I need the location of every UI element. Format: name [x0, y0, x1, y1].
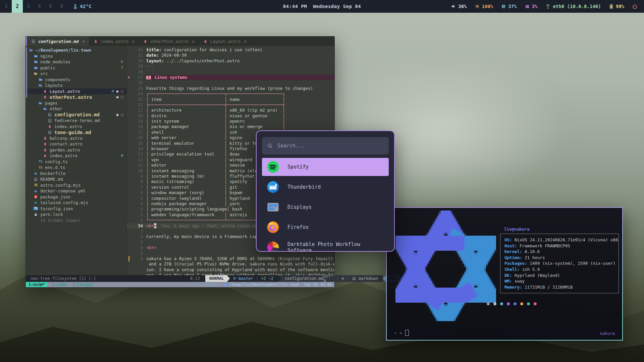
prompt-chevron: > [400, 330, 402, 336]
tree-item-config.ts[interactable]: TSconfig.ts [26, 159, 126, 165]
module-power[interactable] [632, 4, 637, 9]
tree-item-env.d.ts[interactable]: TSenv.d.ts [26, 165, 126, 171]
workspace-button-3[interactable]: 3 [23, 0, 34, 13]
darktable-icon [267, 241, 279, 252]
tree-item-src[interactable]: src [26, 71, 126, 77]
brightness-icon [475, 4, 480, 9]
tree-item-Developmentliv.town[interactable]: ~/Development/liv.town [26, 47, 126, 53]
palette-dot [514, 302, 517, 305]
tree-item-tsconfig.json[interactable]: TStsconfig.json [26, 206, 126, 212]
module-battery[interactable]: 98% [609, 4, 624, 9]
tree-item-Dockerfile[interactable]: Dockerfile [26, 171, 126, 177]
md-icon: M [47, 113, 52, 116]
palette-dot [493, 302, 496, 305]
tree-item-pages[interactable]: pages [26, 100, 126, 106]
shell-prompt[interactable]: ~ > [394, 330, 409, 336]
tree-item-public[interactable]: public? [26, 65, 126, 71]
fc-icon [38, 78, 43, 81]
tmux-window-2:node-[interactable]: 2:node- [52, 282, 68, 287]
editor-line: 23│ item │ name │ [127, 97, 334, 102]
tree-item-configuration.md[interactable]: Mconfiguration.md●□ [26, 112, 126, 118]
tree-item-index.astro[interactable]: index.astro [26, 124, 126, 130]
buffer-tab-Layout.astro[interactable]: Layout.astro× [199, 37, 251, 46]
module-gpu[interactable]: 3% [525, 4, 538, 9]
tree-item-index.astro[interactable]: index.astroH [26, 153, 126, 159]
module-network[interactable]: eth0 (10.0.0.140) [545, 4, 601, 9]
workspace-button-9[interactable]: 9 [56, 0, 67, 13]
tree-item-fediverse-terms.md[interactable]: Mfediverse-terms.md [26, 118, 126, 124]
module-cpu[interactable]: 37% [501, 4, 517, 9]
launcher-item-Thunderbird[interactable]: Thunderbird [262, 178, 389, 196]
tree-item-package.json[interactable]: npackage.json [26, 194, 126, 200]
tree-item-layouts[interactable]: layouts [26, 82, 126, 88]
tree-item-garden.astro[interactable]: garden.astro [26, 147, 126, 153]
astro-icon [43, 89, 48, 94]
tmux-window-1:nvim*[interactable]: 1:nvim* [26, 282, 47, 287]
tree-item-nginx[interactable]: nginx [26, 53, 126, 59]
module-brightness[interactable]: 100% [475, 4, 493, 9]
tab-close-icon[interactable]: × [192, 39, 195, 44]
buffer-tab-configuration.md[interactable]: Mconfiguration.md× [27, 37, 89, 46]
launcher-item-Darktable[interactable]: Darktable Photo Workflow Software [262, 238, 389, 252]
tree-item-label: index.astro [50, 153, 77, 158]
tree-item-label: env.d.ts [45, 165, 65, 170]
module-volume[interactable]: 36% [451, 4, 467, 9]
search-icon [267, 143, 273, 148]
workspace-button-8[interactable]: 8 [45, 0, 56, 13]
buffer-tab-index.astro[interactable]: index.astro× [89, 37, 139, 46]
fo-icon [38, 101, 43, 105]
editor-line: 21│ architecture │ x86_64 (rip m2 pro) │ [127, 108, 334, 113]
launcher-search-box[interactable] [262, 137, 389, 155]
tree-item-otherPost.astro[interactable]: otherPost.astro●□ [26, 94, 126, 100]
lock-icon [33, 213, 38, 217]
fc-icon [33, 54, 38, 58]
search-input[interactable] [277, 142, 383, 149]
os-icon: ❄ [342, 276, 344, 281]
tree-item-Layout.astro[interactable]: Layout.astroH●□ [26, 88, 126, 95]
separator-chevron: ⟩ [256, 276, 258, 281]
tab-close-icon[interactable]: × [82, 39, 85, 44]
launcher-item-Spotify[interactable]: Spotify [262, 158, 389, 176]
sysinfo-row-WM: WM: sway [504, 278, 619, 284]
tsb-icon: TS [33, 207, 38, 210]
tree-item-contact.astro[interactable]: contact.astro [26, 141, 126, 147]
tst-icon: TS [38, 160, 43, 163]
module-value: 100% [482, 4, 493, 9]
workspace-button-2[interactable]: 2 [12, 0, 23, 13]
tree-item-other[interactable]: other [26, 106, 126, 112]
tab-label: otherPost.astro [150, 39, 188, 44]
tree-item-tailwind.config.mjs[interactable]: ≈tailwind.config.mjs [26, 200, 126, 206]
whale-icon [33, 189, 38, 193]
editor-line: 26 [127, 80, 334, 85]
tree-item-docker-compose.yml[interactable]: docker-compose.yml [26, 188, 126, 194]
tree-item-balcony.astro[interactable]: balcony.astro [26, 135, 126, 141]
palette-dot [507, 302, 510, 305]
buffer-tab-otherPost.astro[interactable]: otherPost.astro× [139, 37, 199, 46]
tree-item-components[interactable]: components [26, 77, 126, 83]
tree-item-astro.config.mjs[interactable]: JSastro.config.mjs [26, 182, 126, 188]
prompt-path: ~ [394, 330, 397, 336]
tree-item-tone-guide.md[interactable]: Mtone-guide.md [26, 129, 126, 135]
tab-close-icon[interactable]: × [244, 39, 247, 44]
tab-close-icon[interactable]: × [132, 39, 135, 44]
current-file-name: configuration.md [285, 276, 324, 281]
editor-line: 32title: configuration for devices i use… [127, 47, 334, 53]
editor-line: 20│ distro │ nixos or gentoo │ [127, 113, 334, 119]
tree-item-label: fediverse-terms.md [54, 118, 100, 123]
tree-item-6hiddenitems[interactable]: (6 hidden items) [26, 218, 126, 224]
launcher-item-Displays[interactable]: Displays [262, 198, 389, 216]
thunderbird-icon [267, 181, 279, 193]
workspace-button-4[interactable]: 4 [34, 0, 45, 13]
tmux-window-3:lazygit[interactable]: 3:lazygit [72, 282, 93, 287]
tree-item-yarn.lock[interactable]: yarn.lock [26, 212, 126, 218]
clock-date: Wednesday Sep 04 [313, 4, 361, 9]
workspace-button-1[interactable]: 1 [1, 0, 12, 13]
git-changed-count: ~2 [268, 276, 273, 281]
sysinfo-row-Packages: Packages: 1409 (nix-system), 2590 (nix-u… [504, 260, 619, 266]
tree-item-label: public [40, 65, 55, 70]
tree-item-README.md[interactable]: MREADME.md [26, 176, 126, 182]
sysinfo-row-Shell: Shell: zsh 5.9 [504, 266, 619, 273]
tab-label: index.astro [101, 39, 128, 44]
launcher-item-Firefox[interactable]: Firefox [262, 218, 389, 236]
tree-item-nodemodules[interactable]: node_modulesE [26, 59, 126, 65]
